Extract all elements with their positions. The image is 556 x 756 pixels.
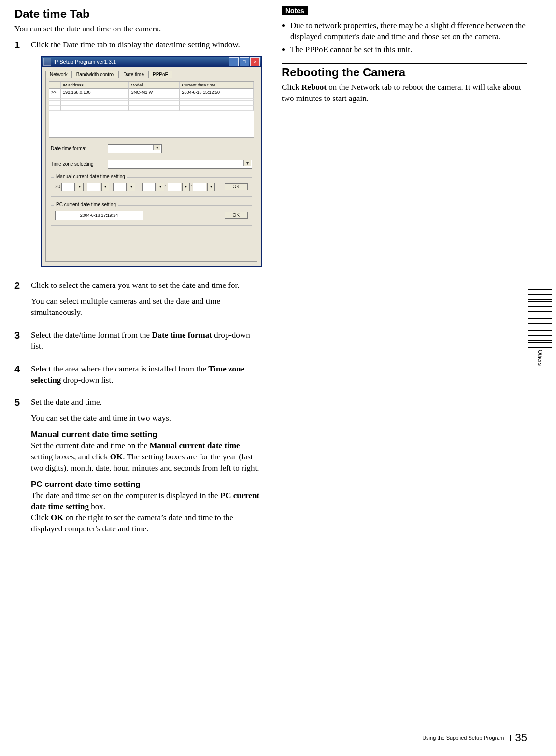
left-column: Date time Tab You can set the date and t… [14,5,262,749]
day-spinner[interactable]: ▾ [128,183,135,191]
second-spinner[interactable]: ▾ [207,183,215,191]
step-5-paragraph: You can set the date and time in two way… [31,413,262,424]
step-number-3: 3 [14,330,25,357]
rule [282,63,527,64]
close-button[interactable]: × [250,57,260,66]
hour-spinner[interactable]: ▾ [157,183,164,191]
step-2-paragraph: You can select multiple cameras and set … [31,296,262,318]
window-title: IP Setup Program ver1.3.1 [53,59,116,65]
row-model: SNC-M1 W [129,89,180,96]
page-footer: Using the Supplied Setup Program 35 [422,731,527,744]
manual-group-title: Manual current date time setting [54,174,127,179]
maximize-button[interactable]: □ [240,57,249,66]
tab-network[interactable]: Network [45,71,72,78]
minute-input[interactable] [168,183,181,191]
grid-head-ip: IP address [61,82,129,89]
row-ip: 192.168.0.100 [61,89,129,96]
year-spinner[interactable]: ▾ [76,183,84,191]
manual-datetime-group: Manual current date time setting 20 ▾ - … [51,177,252,197]
pc-datetime-group: PC current date time setting 2004-6-18 1… [51,205,252,226]
hour-input[interactable] [142,183,156,191]
pc-ok-button[interactable]: OK [225,212,248,219]
label-date-time-format: Date time format [51,146,104,151]
step-number-4: 4 [14,364,25,391]
row-datetime: 2004-6-18 15:12:50 [180,89,254,96]
camera-list-grid[interactable]: IP address Model Current date time >> 19… [49,81,254,138]
grid-head-datetime: Current date time [180,82,254,89]
year-prefix: 20 [55,184,60,189]
grid-head-selector [49,82,61,89]
grid-head-model: Model [129,82,180,89]
tab-date-time[interactable]: Date time [119,71,148,78]
tab-pane: IP address Model Current date time >> 19… [45,78,257,262]
manual-ok-button[interactable]: OK [225,183,248,190]
tab-bandwidth-control[interactable]: Bandwidth control [72,71,119,78]
screenshot-ip-setup-program: IP Setup Program ver1.3.1 _ □ × Network … [41,56,262,267]
right-column: Notes Due to network properties, there m… [282,5,527,749]
side-label-others: Others [537,350,543,366]
window-titlebar: IP Setup Program ver1.3.1 _ □ × [42,57,261,67]
year-input[interactable] [61,183,75,191]
heading-rebooting-camera: Rebooting the Camera [282,66,527,79]
footer-title: Using the Supplied Setup Program [422,735,510,741]
day-input[interactable] [113,183,127,191]
note-item-1: Due to network properties, there may be … [290,20,527,43]
heading-date-time-tab: Date time Tab [14,7,262,21]
rule [14,5,262,5]
reboot-paragraph: Click Reboot on the Network tab to reboo… [282,82,527,104]
stripe-decoration [528,285,552,348]
date-time-format-dropdown[interactable] [108,144,162,153]
pc-group-title: PC current date time setting [54,202,118,207]
app-icon [43,58,51,66]
second-input[interactable] [193,183,206,191]
step-number-2: 2 [14,280,25,323]
step-5-text: Set the date and time. [31,397,262,408]
intro-paragraph: You can set the date and time on the cam… [14,24,262,35]
row-marker: >> [49,89,61,96]
pc-setting-subhead: PC current date time setting [31,480,262,489]
time-zone-dropdown[interactable] [108,160,252,169]
step-4-text: Select the area where the camera is inst… [31,364,262,386]
tab-strip: Network Bandwidth control Date time PPPo… [45,70,261,78]
label-time-zone: Time zone selecting [51,161,104,167]
step-3-text: Select the date/time format from the Dat… [31,330,262,352]
step-2-text: Click to select the camera you want to s… [31,280,262,291]
minute-spinner[interactable]: ▾ [182,183,190,191]
month-input[interactable] [87,183,100,191]
step-number-1: 1 [14,40,25,273]
notes-badge: Notes [282,6,308,15]
step-1-text: Click the Date time tab to display the d… [31,40,262,51]
page-number: 35 [515,731,527,744]
pc-datetime-value: 2004-6-18 17:19:24 [55,211,143,220]
month-spinner[interactable]: ▾ [101,183,109,191]
minimize-button[interactable]: _ [229,57,239,66]
tab-pppoe[interactable]: PPPoE [148,71,172,78]
side-tab-others: Others [528,285,552,366]
manual-setting-paragraph: Set the current date and time on the Man… [31,441,262,474]
step-number-5: 5 [14,397,25,539]
note-item-2: The PPPoE cannot be set in this unit. [290,44,527,56]
table-row[interactable]: >> 192.168.0.100 SNC-M1 W 2004-6-18 15:1… [49,89,254,96]
pc-setting-paragraph: The date and time set on the computer is… [31,490,262,535]
manual-setting-subhead: Manual current date time setting [31,430,262,440]
